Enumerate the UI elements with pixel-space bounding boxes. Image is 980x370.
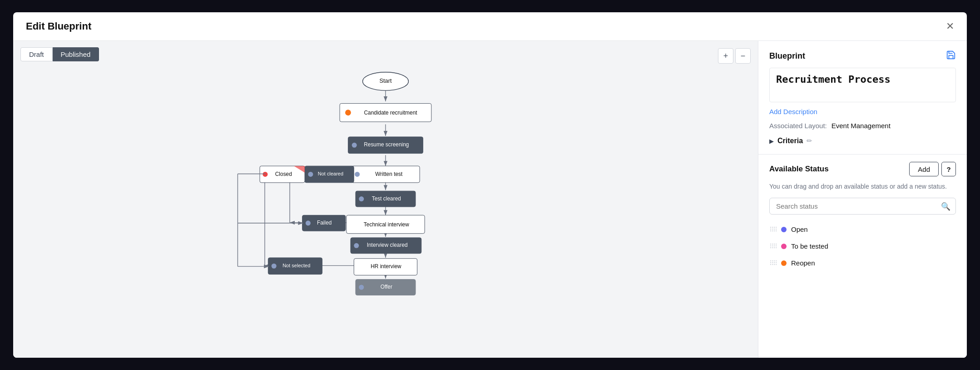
svg-point-31 xyxy=(359,196,364,201)
close-button[interactable]: ✕ xyxy=(946,21,954,31)
tabs-row: Draft Published xyxy=(20,47,99,61)
add-description-link[interactable]: Add Description xyxy=(769,108,956,115)
node-not-selected[interactable]: Not selected xyxy=(282,263,310,268)
criteria-chevron-icon: ▶ xyxy=(769,138,774,145)
svg-point-22 xyxy=(352,143,357,148)
assoc-layout-row: Associated Layout: Event Management xyxy=(769,122,956,130)
tab-draft[interactable]: Draft xyxy=(20,47,53,61)
panel-divider xyxy=(758,154,967,155)
available-status-header: Available Status Add ? xyxy=(758,162,967,176)
node-failed[interactable]: Failed xyxy=(317,220,332,226)
right-panel: Blueprint Recruitment Process Add Descri… xyxy=(758,41,967,358)
search-status-wrapper: 🔍 xyxy=(769,198,956,215)
node-closed[interactable]: Closed xyxy=(275,171,292,177)
status-dot-to-be-tested xyxy=(781,244,787,249)
status-dot-open xyxy=(781,227,787,232)
node-offer[interactable]: Offer xyxy=(381,284,392,290)
add-status-button[interactable]: Add xyxy=(909,162,939,176)
search-icon: 🔍 xyxy=(941,201,950,211)
node-interview-cleared[interactable]: Interview cleared xyxy=(367,242,408,248)
svg-point-41 xyxy=(359,285,364,290)
search-status-input[interactable] xyxy=(769,198,956,215)
status-dot-reopen xyxy=(781,260,787,266)
node-test-cleared[interactable]: Test cleared xyxy=(372,195,401,202)
criteria-edit-button[interactable]: ✏ xyxy=(807,137,812,145)
svg-point-39 xyxy=(272,264,277,269)
drag-handle-icon[interactable]: ⠿⠿ xyxy=(769,260,777,267)
node-resume-screening[interactable]: Resume screening xyxy=(364,141,409,148)
list-item: ⠿⠿ To be tested xyxy=(769,238,956,255)
node-not-cleared[interactable]: Not cleared xyxy=(318,171,343,176)
node-written-test[interactable]: Written test xyxy=(375,171,403,177)
svg-point-28 xyxy=(262,172,267,177)
status-label-reopen: Reopen xyxy=(791,259,815,267)
node-hr-interview[interactable]: HR interview xyxy=(371,263,401,270)
drag-handle-icon[interactable]: ⠿⠿ xyxy=(769,226,777,233)
canvas-controls: + − xyxy=(718,48,751,64)
node-technical-interview[interactable]: Technical interview xyxy=(364,221,409,228)
panel-title: Blueprint xyxy=(769,51,805,61)
svg-point-34 xyxy=(306,220,311,225)
modal-overlay: Edit Blueprint ✕ Draft Published + − xyxy=(0,0,980,370)
status-label-to-be-tested: To be tested xyxy=(791,242,828,250)
modal-header: Edit Blueprint ✕ xyxy=(13,12,967,41)
list-item: ⠿⠿ Open xyxy=(769,221,956,238)
svg-point-26 xyxy=(308,172,313,177)
available-status-buttons: Add ? xyxy=(909,162,956,176)
panel-header: Blueprint xyxy=(758,41,967,68)
edit-blueprint-modal: Edit Blueprint ✕ Draft Published + − xyxy=(13,12,967,358)
panel-save-icon[interactable] xyxy=(946,50,956,62)
zoom-in-button[interactable]: + xyxy=(718,48,733,64)
drag-handle-icon[interactable]: ⠿⠿ xyxy=(769,243,777,250)
svg-point-24 xyxy=(355,172,360,177)
node-candidate-recruitment[interactable]: Candidate recruitment xyxy=(364,110,417,116)
canvas-area: Draft Published + − xyxy=(13,41,758,358)
blueprint-name-input[interactable]: Recruitment Process xyxy=(769,68,956,102)
list-item: ⠿⠿ Reopen xyxy=(769,255,956,271)
criteria-label: Criteria xyxy=(777,137,803,145)
help-button[interactable]: ? xyxy=(941,162,956,176)
assoc-layout-label: Associated Layout: xyxy=(769,122,827,130)
flow-container: Start Candidate recruitment Resume scree… xyxy=(13,41,758,358)
available-status-description: You can drag and drop an available statu… xyxy=(769,182,956,191)
assoc-layout-value: Event Management xyxy=(832,122,891,130)
status-label-open: Open xyxy=(791,225,808,233)
modal-title: Edit Blueprint xyxy=(26,20,91,32)
status-list: ⠿⠿ Open ⠿⠿ To be tested ⠿⠿ Reopen xyxy=(758,221,967,279)
node-start-label[interactable]: Start xyxy=(379,77,392,84)
modal-body: Draft Published + − xyxy=(13,41,967,358)
flow-svg: Start Candidate recruitment Resume scree… xyxy=(13,41,758,358)
svg-point-36 xyxy=(354,243,359,248)
tab-published[interactable]: Published xyxy=(53,47,99,61)
available-status-title: Available Status xyxy=(769,165,829,174)
zoom-out-button[interactable]: − xyxy=(735,48,751,64)
svg-point-20 xyxy=(345,110,351,115)
criteria-row[interactable]: ▶ Criteria ✏ xyxy=(769,137,956,145)
